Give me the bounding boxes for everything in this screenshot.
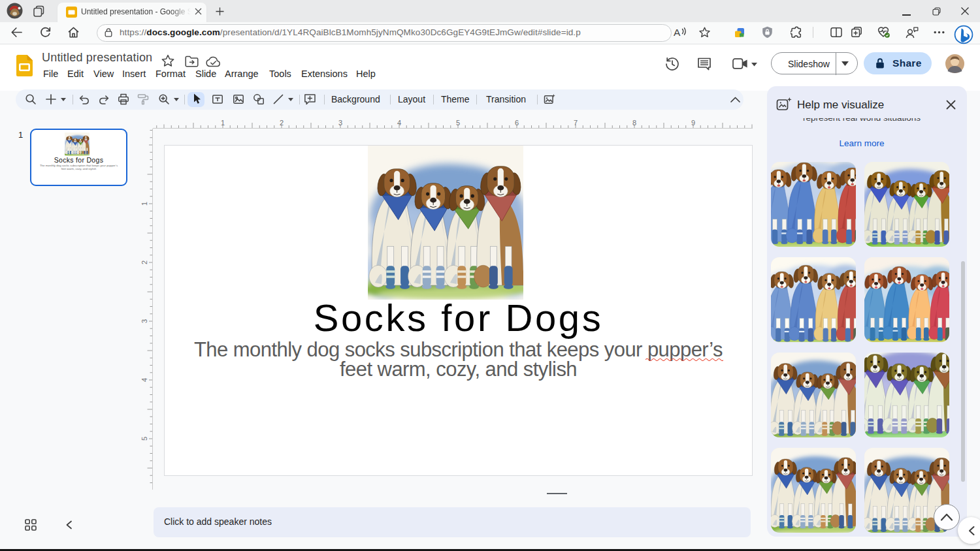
svg-text:4: 4 [397,119,401,127]
svg-text:6: 6 [515,119,519,127]
svg-text:5: 5 [140,437,148,441]
svg-text:5: 5 [456,119,460,127]
svg-text:3: 3 [338,119,342,127]
svg-text:1: 1 [140,202,148,206]
svg-text:8: 8 [632,119,636,127]
svg-text:1: 1 [221,119,225,127]
svg-text:7: 7 [574,119,578,127]
svg-text:9: 9 [691,119,695,127]
svg-text:A: A [674,27,681,38]
svg-text:2: 2 [280,119,284,127]
svg-text:3: 3 [140,319,148,323]
svg-text:2: 2 [140,260,148,264]
svg-text:4: 4 [140,378,148,382]
